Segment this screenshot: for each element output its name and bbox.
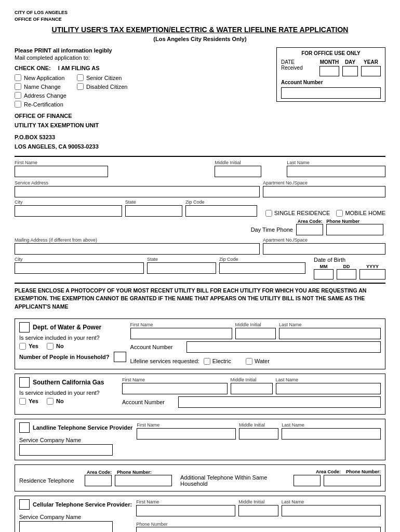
gas-middle-initial-input[interactable]	[231, 383, 273, 394]
cellular-middle-initial-input[interactable]	[238, 505, 278, 516]
phone-number-label: Phone Number	[136, 522, 168, 527]
phone-number-input[interactable]	[326, 224, 383, 235]
state-input[interactable]	[125, 205, 182, 217]
city2-input[interactable]	[15, 262, 144, 274]
landline-first-name-label: First Name	[137, 422, 236, 428]
water-power-checkbox[interactable]	[19, 322, 30, 332]
re-cert-label: Re-Certification	[24, 101, 63, 108]
state2-input[interactable]	[147, 262, 216, 274]
mailing-address-label: Mailing Address (if different from above…	[15, 237, 260, 243]
mobile-home-checkbox[interactable]	[336, 210, 343, 217]
middle-initial-input[interactable]	[215, 166, 261, 177]
month-label: MONTH	[320, 59, 339, 65]
res-area-code-input[interactable]	[85, 475, 112, 486]
state2-label: State	[147, 257, 216, 262]
year-label: YEAR	[364, 59, 378, 65]
household-input[interactable]	[114, 352, 126, 362]
water-power-yes[interactable]	[19, 343, 26, 350]
household-label: Number of People in Household?	[19, 354, 110, 360]
cellular-name: Cellular Telephone Service Provider:	[33, 501, 132, 508]
water-power-yes-label: Yes	[29, 343, 38, 349]
city2-label: City	[15, 257, 144, 262]
landline-last-name-input[interactable]	[282, 428, 381, 440]
subtitle: (Los Angeles City Residents Only)	[15, 36, 385, 42]
day-input[interactable]	[342, 66, 358, 76]
water-power-no[interactable]	[47, 343, 54, 350]
wp-first-name-input[interactable]	[130, 328, 232, 339]
gas-last-name-input[interactable]	[276, 383, 381, 394]
single-residence-label: SINGLE RESIDENCE	[274, 210, 330, 216]
gas-no[interactable]	[47, 398, 54, 405]
date-received-label: DATE Received	[281, 59, 303, 71]
landline-checkbox[interactable]	[19, 422, 30, 433]
dob-mm-input[interactable]	[314, 269, 334, 280]
cellular-last-name-input[interactable]	[282, 505, 381, 516]
day-time-phone-label: Day Time Phone	[251, 227, 293, 233]
dob-dd-input[interactable]	[337, 269, 356, 280]
month-input[interactable]	[319, 66, 339, 76]
electric-checkbox[interactable]	[204, 358, 210, 365]
cellular-phone-input[interactable]	[136, 527, 381, 532]
service-company-input[interactable]	[19, 444, 113, 456]
single-residence-checkbox[interactable]	[265, 210, 272, 217]
wp-first-name-label: First Name	[130, 322, 232, 327]
socal-gas-service-included: Is service included in your rent?	[19, 390, 118, 396]
service-company-label: Service Company Name	[19, 437, 132, 443]
senior-citizen-checkbox[interactable]	[77, 74, 84, 81]
last-name-label: Last Name	[287, 160, 385, 165]
re-cert-checkbox[interactable]	[15, 101, 21, 108]
additional-area-code-input[interactable]	[294, 475, 321, 486]
day-label: DAY	[345, 59, 355, 65]
last-name-input[interactable]	[287, 166, 385, 177]
additional-phone-input[interactable]	[324, 475, 381, 486]
wp-middle-initial-input[interactable]	[235, 328, 276, 339]
unit-name: UTILITY TAX EXEMPTION UNIT	[15, 121, 268, 130]
gas-account-input[interactable]	[178, 396, 381, 408]
cellular-last-name-label: Last Name	[282, 499, 381, 504]
area-code-input[interactable]	[296, 224, 323, 235]
zip-input[interactable]	[185, 205, 257, 217]
gas-yes[interactable]	[19, 398, 26, 405]
res-area-code-label: Area Code: Phone Number:	[87, 470, 152, 475]
gas-first-name-input[interactable]	[122, 383, 228, 394]
apt-space2-input[interactable]	[263, 243, 385, 255]
apt-space-input[interactable]	[263, 186, 385, 197]
disabled-citizen-checkbox[interactable]	[77, 83, 84, 90]
service-address-input[interactable]	[15, 186, 260, 197]
cellular-company-input[interactable]	[19, 521, 113, 532]
city-input[interactable]	[15, 205, 122, 217]
water-checkbox[interactable]	[246, 358, 252, 365]
cellular-first-name-label: First Name	[136, 499, 235, 504]
mailing-address-input[interactable]	[15, 243, 260, 255]
area-code-phone-labels: Area Code: Phone Number	[298, 219, 360, 224]
gas-account-label: Account Number	[122, 399, 174, 405]
print-label: Please PRINT all information legibly	[15, 47, 268, 54]
account-number-label: Account Number	[281, 79, 381, 85]
address-change-checkbox[interactable]	[15, 92, 21, 99]
additional-tel-label: Additional Telephone Within Same Househo…	[180, 474, 290, 487]
cellular-section: Cellular Telephone Service Provider: Ser…	[15, 496, 385, 532]
apt-space2-label: Apartment No./Space	[263, 237, 385, 243]
landline-middle-initial-input[interactable]	[239, 428, 278, 440]
po-box: P.O.BOX 53233	[15, 133, 268, 142]
cellular-first-name-input[interactable]	[136, 505, 235, 516]
year-input[interactable]	[361, 66, 381, 76]
check-one-label: CHECK ONE:	[15, 65, 51, 71]
name-change-checkbox[interactable]	[15, 83, 21, 90]
water-label: Water	[255, 358, 270, 364]
mm-label: MM	[320, 264, 328, 269]
cellular-checkbox[interactable]	[19, 499, 30, 510]
wp-account-input[interactable]	[186, 341, 381, 353]
dob-yyyy-input[interactable]	[359, 269, 385, 280]
account-number-input[interactable]	[281, 87, 381, 99]
zip2-input[interactable]	[219, 262, 305, 274]
gas-last-name-label: Last Name	[276, 377, 381, 382]
socal-gas-checkbox[interactable]	[19, 377, 30, 388]
filing-as-label: I AM FILING AS	[58, 65, 100, 71]
wp-last-name-input[interactable]	[279, 328, 381, 339]
new-application-checkbox[interactable]	[15, 74, 21, 81]
first-name-input[interactable]	[15, 166, 108, 177]
landline-first-name-input[interactable]	[137, 428, 236, 440]
res-phone-input[interactable]	[115, 475, 172, 486]
first-name-label: First Name	[15, 160, 211, 165]
